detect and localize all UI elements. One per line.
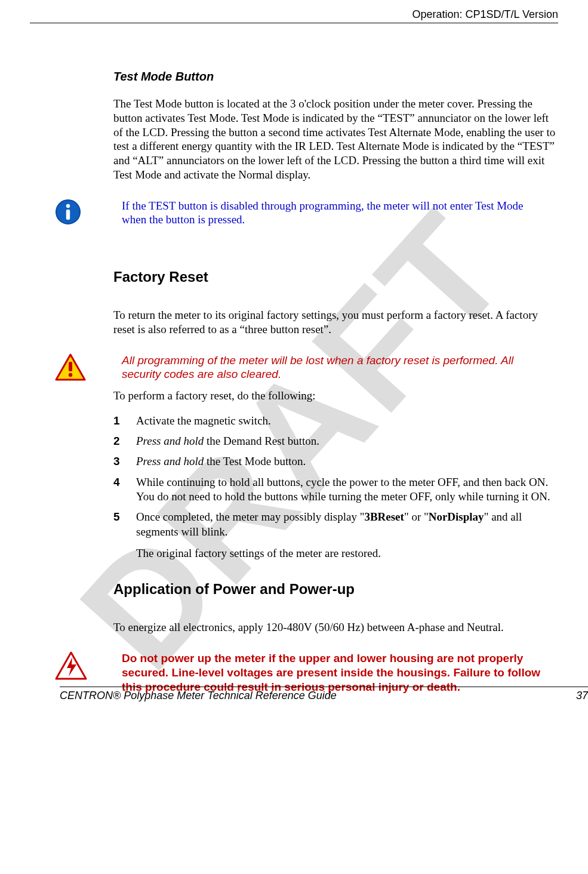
list-item: Press and hold the Test Mode button. <box>113 454 558 469</box>
svg-point-1 <box>66 204 70 207</box>
page-body: Test Mode Button The Test Mode button is… <box>113 23 558 694</box>
factory-reset-steps: Activate the magnetic switch. Press and … <box>113 414 558 561</box>
page-number: 37 <box>576 690 588 702</box>
para-factory-reset-lead: To perform a factory reset, do the follo… <box>113 389 558 403</box>
heading-factory-reset: Factory Reset <box>113 269 558 285</box>
heading-power-up: Application of Power and Power-up <box>113 581 558 598</box>
footer-rule <box>60 687 588 687</box>
warning-icon <box>55 353 86 381</box>
header-chapter: Operation: CP1SD/T/L Version <box>30 6 558 21</box>
step-text: " or " <box>404 510 429 523</box>
svg-point-5 <box>69 373 72 376</box>
footer-title: CENTRON® Polyphase Meter Technical Refer… <box>60 690 337 702</box>
svg-rect-4 <box>69 362 72 371</box>
step-text: While continuing to hold all buttons, cy… <box>136 476 550 503</box>
para-factory-reset-intro: To return the meter to its original fact… <box>113 308 558 337</box>
para-test-mode: The Test Mode button is located at the 3… <box>113 97 558 182</box>
list-item: Press and hold the Demand Rest button. <box>113 434 558 448</box>
step-text: the Demand Rest button. <box>204 435 319 447</box>
caution-note-row: All programming of the meter will be los… <box>54 353 558 382</box>
step-text-after: The original factory settings of the met… <box>136 546 558 561</box>
info-note-row: If the TEST button is disabled through p… <box>54 199 558 227</box>
step-text: Once completed, the meter may possibly d… <box>136 510 364 523</box>
list-item: While continuing to hold all buttons, cy… <box>113 475 558 504</box>
step-text-bold: NorDisplay <box>429 510 484 523</box>
step-text-bold: 3BReset <box>364 510 404 523</box>
page-footer: CENTRON® Polyphase Meter Technical Refer… <box>60 687 588 702</box>
step-text-em: Press and hold <box>136 435 204 447</box>
electrical-hazard-icon <box>55 651 87 680</box>
info-icon <box>55 199 81 225</box>
step-text: Activate the magnetic switch. <box>136 414 271 427</box>
caution-note-text: All programming of the meter will be los… <box>113 353 558 382</box>
svg-rect-2 <box>66 210 70 220</box>
list-item: Activate the magnetic switch. <box>113 414 558 428</box>
step-text: the Test Mode button. <box>204 455 306 467</box>
list-item: Once completed, the meter may possibly d… <box>113 510 558 561</box>
step-text-em: Press and hold <box>136 455 204 467</box>
info-note-text: If the TEST button is disabled through p… <box>113 199 558 227</box>
heading-test-mode-button: Test Mode Button <box>113 70 558 84</box>
para-power-up: To energize all electronics, apply 120-4… <box>113 620 558 635</box>
